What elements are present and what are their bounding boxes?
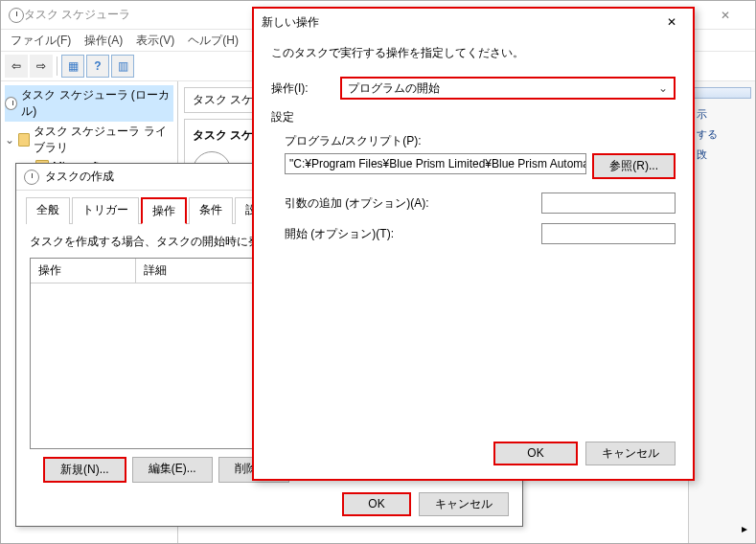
program-input[interactable]: "C:¥Program Files¥Blue Prism Limited¥Blu… [285, 153, 586, 174]
action-item[interactable]: 示 [693, 104, 751, 125]
col-action[interactable]: 操作 [31, 259, 136, 283]
close-button[interactable]: ✕ [658, 11, 685, 33]
settings-label: 設定 [271, 109, 676, 125]
new-action-buttons: OK キャンセル [493, 442, 676, 465]
startin-input[interactable] [541, 223, 676, 244]
action-type-value: プログラムの開始 [348, 80, 440, 97]
args-label: 引数の追加 (オプション)(A): [285, 195, 541, 212]
new-action-desc: このタスクで実行する操作を指定してください。 [271, 45, 676, 61]
dialog-buttons: OK キャンセル [342, 492, 509, 516]
new-action-titlebar: 新しい操作 ✕ [254, 9, 693, 35]
clock-icon [24, 170, 39, 185]
new-button[interactable]: 新規(N)... [43, 457, 126, 483]
separator [57, 57, 57, 76]
browse-button[interactable]: 参照(R)... [592, 153, 676, 179]
program-label: プログラム/スクリプト(P): [285, 133, 676, 149]
folder-icon [18, 133, 30, 147]
tab-triggers[interactable]: トリガー [72, 197, 139, 224]
action-type-select[interactable]: プログラムの開始 ⌄ [340, 77, 676, 100]
actions-header [693, 87, 751, 99]
back-button[interactable]: ⇦ [5, 55, 28, 78]
toolbar-btn-3[interactable]: ▥ [111, 55, 134, 78]
ok-button[interactable]: OK [493, 442, 578, 465]
tree-library-label: タスク スケジューラ ライブラリ [34, 124, 173, 156]
new-action-body: このタスクで実行する操作を指定してください。 操作(I): プログラムの開始 ⌄… [254, 35, 693, 263]
app-icon [9, 8, 24, 23]
tab-actions[interactable]: 操作 [141, 197, 187, 224]
tree-library[interactable]: ⌄ タスク スケジューラ ライブラリ [5, 122, 173, 158]
menu-action[interactable]: 操作(A) [79, 31, 128, 51]
col-detail[interactable]: 詳細 [136, 259, 174, 283]
clock-icon [5, 97, 17, 110]
menu-file[interactable]: ファイル(F) [5, 31, 77, 51]
action-item[interactable]: する [693, 125, 751, 145]
collapse-icon[interactable]: ⌄ [5, 133, 14, 147]
program-row: "C:¥Program Files¥Blue Prism Limited¥Blu… [285, 153, 676, 179]
menu-help[interactable]: ヘルプ(H) [182, 31, 244, 51]
edit-button[interactable]: 編集(E)... [132, 457, 213, 483]
tree-root[interactable]: タスク スケジューラ (ローカル) [5, 85, 173, 122]
arrow-right-icon[interactable]: ▸ [742, 522, 747, 535]
chevron-down-icon: ⌄ [658, 81, 668, 95]
create-task-title: タスクの作成 [45, 169, 114, 185]
menu-view[interactable]: 表示(V) [130, 31, 180, 51]
toolbar-btn-1[interactable]: ▦ [61, 55, 84, 78]
args-input[interactable] [541, 193, 676, 214]
ok-button[interactable]: OK [342, 492, 411, 516]
new-action-title: 新しい操作 [262, 14, 658, 31]
action-type-row: 操作(I): プログラムの開始 ⌄ [271, 77, 676, 100]
args-row: 引数の追加 (オプション)(A): [285, 193, 676, 214]
tree-root-label: タスク スケジューラ (ローカル) [21, 87, 173, 120]
startin-label: 開始 (オプション)(T): [285, 226, 541, 242]
forward-button[interactable]: ⇨ [30, 55, 53, 78]
startin-row: 開始 (オプション)(T): [285, 223, 676, 244]
cancel-button[interactable]: キャンセル [585, 442, 676, 465]
tab-conditions[interactable]: 条件 [189, 197, 233, 224]
help-icon[interactable]: ? [86, 55, 109, 78]
tab-general[interactable]: 全般 [26, 197, 70, 224]
action-type-label: 操作(I): [271, 80, 340, 97]
action-item[interactable]: 攺 [693, 145, 751, 165]
close-button[interactable]: ✕ [703, 1, 747, 30]
new-action-dialog: 新しい操作 ✕ このタスクで実行する操作を指定してください。 操作(I): プロ… [252, 7, 695, 481]
cancel-button[interactable]: キャンセル [419, 492, 509, 516]
actions-pane: 示 する 攺 ▸ [688, 81, 755, 543]
